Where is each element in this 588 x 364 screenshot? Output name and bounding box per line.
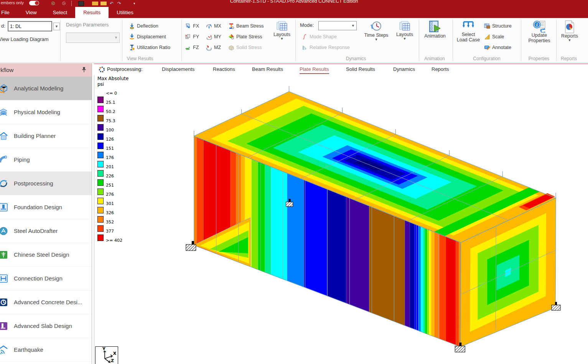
deflection-label: Deflection <box>137 23 158 29</box>
displacement-button[interactable]: Displacement <box>129 33 166 41</box>
tab-select[interactable]: Select <box>45 7 76 18</box>
tab-file[interactable]: File <box>0 7 18 18</box>
relative-response-label: Relative Response <box>310 45 350 50</box>
utilization-ratio-icon <box>129 44 135 51</box>
group-label-reports: Reports <box>550 56 588 61</box>
legend-label-2: 50.2 <box>106 109 115 114</box>
pp-tab-beam-results[interactable]: Beam Results <box>252 66 283 72</box>
pp-tab-plate-results[interactable]: Plate Results <box>300 66 329 74</box>
beam-stress-button[interactable]: Beam Stress <box>228 22 264 30</box>
tab-utilities[interactable]: Utilities <box>109 7 142 18</box>
view-loading-diagram-link[interactable]: View Loading Diagram <box>0 36 49 42</box>
legend-label-12: 301 <box>106 201 114 206</box>
update-properties-button[interactable]: i Update Properties <box>524 20 555 43</box>
piping-icon <box>0 155 8 165</box>
legend-label-16: >= 402 <box>106 238 122 243</box>
group-separator <box>453 20 453 61</box>
sidebar-item-label: Piping <box>14 156 30 163</box>
mz-label: MZ <box>214 45 221 50</box>
sidebar-item-earthquake[interactable]: Earthquake <box>0 338 92 362</box>
utilization-ratio-button[interactable]: Utilization Ratio <box>129 43 170 52</box>
plate-results-3d-model[interactable] <box>94 75 588 364</box>
dynamics-layouts-button[interactable]: Layouts ▼ <box>394 20 416 41</box>
sidebar-item-piping[interactable]: Piping <box>0 148 92 172</box>
model-viewport[interactable]: Max Absolute psi <= 025.150.275.31001261… <box>94 75 588 364</box>
pp-tab-solid-results[interactable]: Solid Results <box>346 66 375 72</box>
reports-button[interactable]: Reports ▼ <box>558 20 581 42</box>
scale-button[interactable]: Scale <box>484 33 504 41</box>
time-steps-label: Time Steps <box>364 33 389 38</box>
sidebar-item-label: Steel AutoDrafter <box>14 228 58 234</box>
utilization-ratio-label: Utilization Ratio <box>137 45 170 50</box>
reports-label: Reports <box>561 33 578 39</box>
layouts-grid-icon <box>399 20 410 32</box>
deflection-button[interactable]: Deflection <box>129 22 158 30</box>
chevron-down-icon: ▼ <box>114 36 118 39</box>
relative-response-button[interactable]: Relative Response <box>301 43 350 52</box>
structure-button[interactable]: Structure <box>484 22 512 30</box>
pp-tab-displacements[interactable]: Displacements <box>162 66 194 72</box>
select-load-case-button[interactable]: Select Load Case <box>455 20 482 43</box>
legend-swatch-7 <box>97 161 104 167</box>
tab-results[interactable]: Results <box>75 7 109 18</box>
fx-button[interactable]: FX <box>185 22 199 30</box>
window-title: Container-1.STD - STAAD.Pro Advanced CON… <box>0 0 588 4</box>
load-case-combo-arrow[interactable]: ▼ <box>53 23 60 30</box>
mode-combo[interactable]: ▼ <box>318 21 357 30</box>
axis-triad-box: Y X Z <box>95 346 118 364</box>
relative-response-icon <box>301 44 308 51</box>
solid-stress-button[interactable]: Solid Stress <box>228 43 262 52</box>
select-load-case-icon <box>462 20 475 32</box>
sidebar-item-label: Chinese Steel Design <box>14 251 69 258</box>
sidebar-item-foundation-design[interactable]: Foundation Design <box>0 195 92 219</box>
pp-tab-reactions[interactable]: Reactions <box>213 66 235 72</box>
chevron-down-icon: ▼ <box>568 39 572 42</box>
my-button[interactable]: MY <box>206 33 221 41</box>
sidebar-item-chinese-steel-design[interactable]: Chinese Steel Design <box>0 243 92 267</box>
sidebar-item-steel-autodrafter[interactable]: Steel AutoDrafter <box>0 219 92 243</box>
legend-label-9: 226 <box>106 174 114 179</box>
displacement-label: Displacement <box>137 34 166 39</box>
animation-button[interactable]: Animation <box>422 20 448 39</box>
load-label: d: <box>1 23 5 29</box>
sidebar-item-postprocessing[interactable]: Postprocessing <box>0 172 92 195</box>
group-separator <box>60 20 61 61</box>
pin-icon[interactable] <box>82 67 86 72</box>
plate-stress-button[interactable]: Plate Stress <box>228 33 262 41</box>
layouts-button[interactable]: Layouts ▼ <box>271 20 293 41</box>
legend-swatch-0 <box>97 97 104 103</box>
postprocessing-icon <box>0 179 8 189</box>
connection-design-icon <box>0 274 8 284</box>
sidebar-item-building-planner[interactable]: Building Planner <box>0 124 92 148</box>
fz-label: FZ <box>193 45 199 50</box>
mz-button[interactable]: MZ <box>206 43 221 52</box>
tab-view[interactable]: View <box>18 7 45 18</box>
animation-label: Animation <box>424 33 446 39</box>
sidebar-item-advanced-concrete-design[interactable]: Advanced Concrete Desi... <box>0 290 92 314</box>
chevron-down-icon: ▼ <box>351 24 355 28</box>
sidebar-item-physical-modeling[interactable]: Physical Modeling <box>0 100 92 124</box>
sidebar-item-analytical-modeling[interactable]: Analytical Modeling <box>0 77 92 100</box>
design-parameters-combo[interactable]: ▼ <box>66 33 120 43</box>
legend-label-4: 100 <box>106 128 114 133</box>
load-case-combo[interactable]: 1: DL <box>8 21 52 31</box>
mx-label: MX <box>214 23 221 29</box>
group-label-animation: Animation <box>415 56 454 61</box>
annotate-button[interactable]: Annotate <box>484 43 511 52</box>
steel-autodrafter-icon <box>0 226 8 236</box>
pp-tab-reports[interactable]: Reports <box>432 66 449 72</box>
fy-button[interactable]: FY <box>185 33 199 41</box>
sidebar-item-label: Postprocessing <box>14 180 53 187</box>
sidebar-item-connection-design[interactable]: Connection Design <box>0 267 92 290</box>
mz-icon <box>206 44 212 51</box>
legend-swatch-8 <box>97 170 104 177</box>
legend-label-11: 276 <box>106 192 114 197</box>
sidebar-item-advanced-slab-design[interactable]: Advanced Slab Design <box>0 314 92 338</box>
building-planner-icon <box>0 131 8 141</box>
mx-button[interactable]: MX <box>206 22 221 30</box>
time-steps-button[interactable]: Time Steps ▼ <box>364 20 389 41</box>
pp-tab-dynamics[interactable]: Dynamics <box>393 66 415 72</box>
sidebar-item-label: Analytical Modeling <box>14 85 63 92</box>
fz-button[interactable]: FZ <box>185 43 199 52</box>
mode-shape-button[interactable]: Mode Shape <box>301 33 337 41</box>
